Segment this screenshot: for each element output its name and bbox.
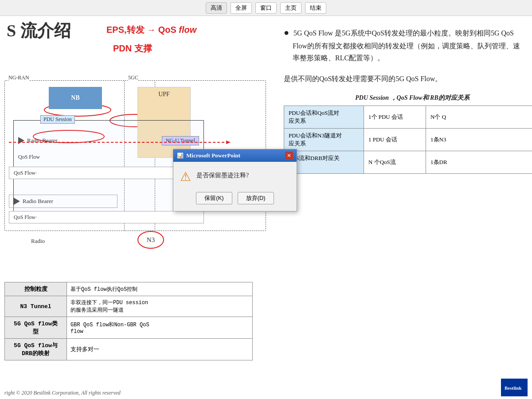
table-row: PDU会话和QoS流对应关系 1个 PDU 会话 N个 Q	[284, 106, 532, 128]
toolbar-btn-end[interactable]: 结束	[305, 2, 326, 14]
rtable-cell: 1条N3	[426, 128, 532, 151]
ng-ran-label: NG-RAN	[8, 74, 29, 81]
slide-title: S 流介绍	[7, 20, 71, 42]
bullet-section-1: ● 5G QoS Flow 是5G系统中QoS转发处理的最小粒度。映射到相同5G…	[284, 25, 523, 64]
rtable-cell: PDU会话和QoS流对应关系	[284, 106, 364, 128]
table-row: 5G QoS flow与DRB的映射 支持多对一	[5, 339, 253, 360]
warning-icon: ⚠	[180, 171, 191, 183]
table-row: QoS流和DRB对应关系 N 个QoS流 1条DR	[284, 151, 532, 173]
right-table-title: PDU Session ，QoS Flow和 RB的对应关系	[284, 94, 532, 102]
rtable-cell: PDU会话和N3隧道对应关系	[284, 128, 364, 151]
table-cell-right: 基于QoS flow执行QoS控制	[67, 282, 253, 296]
handwriting-eps: EPS,转发 → QoS flow	[106, 24, 196, 36]
bullet-section-2: 是供不同的QoS转发处理需要不同的5G QoS Flow。	[284, 73, 523, 85]
radio-label: Radio	[31, 238, 45, 245]
right-table: PDU会话和QoS流对应关系 1个 PDU 会话 N个 Q PDU会话和N3隧道…	[284, 106, 532, 174]
powerpoint-dialog: 📊 Microsoft PowerPoint ✕ ⚠ 是否保留墨迹注释? 保留(…	[173, 149, 297, 211]
table-cell-left: 控制粒度	[5, 282, 67, 296]
right-table-section: PDU Session ，QoS Flow和 RB的对应关系 PDU会话和QoS…	[284, 94, 532, 174]
toolbar-btn-home[interactable]: 主页	[280, 2, 301, 14]
table-row: N3 Tunnel 非双连接下，同一PDU session的服务流采用同一隧道	[5, 296, 253, 317]
qos-flow-bottom-label1: QoS Flow·	[14, 170, 37, 176]
keep-button[interactable]: 保留(K)	[196, 192, 232, 204]
table-cell-left: 5G QoS flow类型	[5, 317, 67, 339]
nb-box: NB	[49, 87, 102, 109]
rb-label2: Radio Bearer	[23, 198, 53, 205]
radio-bearer-row2: Radio Bearer	[9, 195, 117, 208]
toolbar-btn-fullscreen[interactable]: 全屏	[231, 2, 252, 14]
main-content: S 流介绍 EPS,转发 → QoS flow PDN 支撑 NG-RAN	[0, 16, 532, 399]
table-row: 控制粒度 基于QoS flow执行QoS控制	[5, 282, 253, 296]
discard-button[interactable]: 放弃(D)	[238, 192, 274, 204]
n3-label: N3	[147, 236, 155, 244]
dialog-close-button[interactable]: ✕	[285, 152, 293, 160]
rtable-cell: N个 Q	[426, 106, 532, 128]
rb-triangle-icon1	[18, 137, 24, 144]
svg-text:Bestlink: Bestlink	[505, 385, 522, 391]
ng-u-tunnel-box: NG-U Tunnel	[162, 136, 199, 145]
bullet-dot-1: ●	[284, 27, 289, 37]
rb-triangle-icon2	[14, 198, 20, 205]
bullet-text-1: ● 5G QoS Flow 是5G系统中QoS转发处理的最小粒度。映射到相同5G…	[284, 25, 523, 64]
table-row: PDU会话和N3隧道对应关系 1 PDU 会话 1条N3	[284, 128, 532, 151]
bottom-table: 控制粒度 基于QoS flow执行QoS控制 N3 Tunnel 非双连接下，同…	[4, 282, 253, 360]
qos-flow-label1: QoS Flow	[18, 154, 40, 160]
toolbar-btn-window[interactable]: 窗口	[255, 2, 277, 14]
handwriting-pdn: PDN 支撑	[113, 43, 152, 55]
dialog-body: ⚠ 是否保留墨迹注释?	[173, 162, 297, 188]
rtable-cell: 1个 PDU 会话	[364, 106, 426, 128]
properties-table: 控制粒度 基于QoS flow执行QoS控制 N3 Tunnel 非双连接下，同…	[4, 282, 253, 360]
table-row: 5G QoS flow类型 GBR QoS flow和Non-GBR QoSfl…	[5, 317, 253, 339]
dialog-titlebar: 📊 Microsoft PowerPoint ✕	[173, 149, 297, 162]
qos-flow-bottom2: QoS Flow·	[9, 211, 204, 223]
rtable-cell: N 个QoS流	[364, 151, 426, 173]
bullet-text-2: 是供不同的QoS转发处理需要不同的5G QoS Flow。	[284, 73, 523, 85]
table-cell-right: GBR QoS flow和Non-GBR QoSflow	[67, 317, 253, 339]
toolbar: 高清 全屏 窗口 主页 结束	[0, 0, 532, 16]
footer: right © 2020 Bestlink Corporation, All r…	[4, 390, 121, 396]
dialog-buttons: 保留(K) 放弃(D)	[173, 188, 297, 211]
table-cell-right: 支持多对一	[67, 339, 253, 360]
radio-bearer-row1: Radio Bearer NG-U Tunnel	[14, 134, 203, 147]
dialog-message: 是否保留墨迹注释?	[196, 171, 249, 180]
logo: Bestlink	[501, 379, 528, 396]
rtable-cell: 1 PDU 会话	[364, 128, 426, 151]
nb-label: NB	[71, 94, 79, 102]
copyright-text: right © 2020 Bestlink Corporation, All r…	[4, 390, 121, 396]
toolbar-btn-hd[interactable]: 高清	[206, 2, 227, 14]
pdu-session-label: PDU Session	[40, 115, 75, 124]
table-cell-left: 5G QoS flow与DRB的映射	[5, 339, 67, 360]
upf-label: UPF	[158, 91, 170, 98]
fivegc-label: 5GC	[128, 74, 138, 81]
table-cell-right: 非双连接下，同一PDU session的服务流采用同一隧道	[67, 296, 253, 317]
ppt-icon: 📊	[177, 153, 184, 159]
n3-circle: N3	[137, 231, 164, 249]
rb-label1: Radio Bearer	[27, 137, 58, 144]
table-cell-left: N3 Tunnel	[5, 296, 67, 317]
right-panel: ● 5G QoS Flow 是5G系统中QoS转发处理的最小粒度。映射到相同5G…	[275, 16, 532, 399]
dialog-title: Microsoft PowerPoint	[186, 152, 240, 159]
qos-flow-bottom-label2: QoS Flow·	[14, 214, 37, 221]
rtable-cell: 1条DR	[426, 151, 532, 173]
